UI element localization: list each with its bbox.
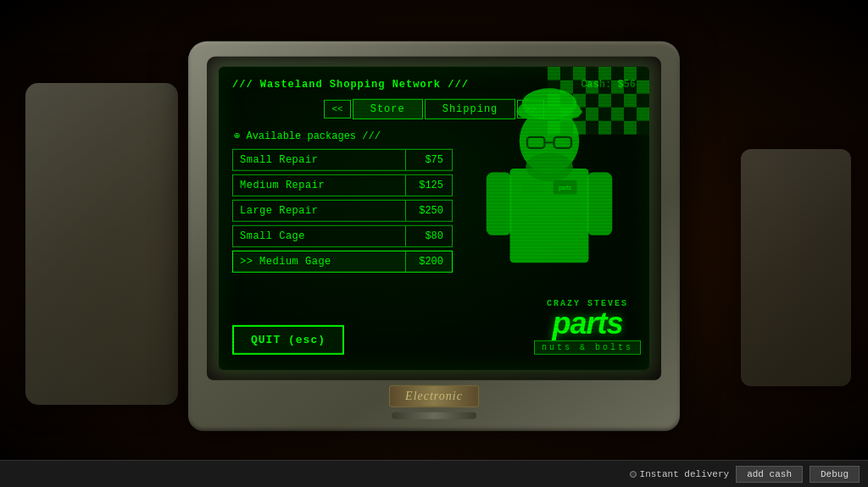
character-silhouette: parts: [456, 83, 643, 302]
package-name-medium-repair: Medium Repair: [233, 174, 405, 195]
svg-point-4: [522, 88, 577, 119]
package-row-small-cage[interactable]: Small Cage $80: [232, 224, 453, 246]
package-row-medium-repair[interactable]: Medium Repair $125: [232, 174, 453, 196]
package-price-large-repair: $250: [405, 200, 452, 220]
monitor-stand: [392, 412, 476, 418]
quit-button[interactable]: QUIT (esc): [232, 324, 344, 354]
character-area: parts CRAZY STEVES parts nuts & bolts: [446, 66, 649, 369]
package-name-medium-gage: Medium Gage: [233, 251, 405, 271]
debug-button[interactable]: Debug: [810, 466, 860, 483]
package-row-medium-gage[interactable]: Medium Gage $200: [232, 250, 453, 272]
brand-name: parts: [534, 307, 641, 338]
brand-tagline: nuts & bolts: [534, 340, 641, 354]
package-name-small-cage: Small Cage: [233, 225, 405, 246]
brand-logo: CRAZY STEVES parts nuts & bolts: [534, 298, 641, 354]
monitor-brand-label: Electronic: [389, 385, 479, 407]
monitor-bezel: /// Wasteland Shopping Network /// Cash:…: [207, 56, 661, 379]
monitor: /// Wasteland Shopping Network /// Cash:…: [188, 41, 680, 430]
scene: /// Wasteland Shopping Network /// Cash:…: [0, 0, 868, 487]
package-row-small-repair[interactable]: Small Repair $75: [232, 148, 453, 170]
header-title: /// Wasteland Shopping Network ///: [232, 78, 469, 90]
package-name-small-repair: Small Repair: [233, 149, 405, 169]
svg-rect-9: [487, 172, 512, 235]
side-monitor-left: [25, 83, 178, 405]
screen: /// Wasteland Shopping Network /// Cash:…: [219, 66, 649, 369]
delivery-indicator: [630, 471, 637, 478]
package-name-large-repair: Large Repair: [233, 200, 405, 220]
packages-list: Small Repair $75 Medium Repair $125 Larg…: [232, 148, 453, 272]
tab-store[interactable]: Store: [353, 98, 423, 119]
package-row-large-repair[interactable]: Large Repair $250: [232, 199, 453, 221]
svg-text:parts: parts: [559, 185, 571, 191]
svg-rect-10: [587, 172, 613, 235]
side-monitor-right: [741, 149, 851, 386]
prev-arrow-button[interactable]: <<: [324, 99, 350, 118]
package-price-medium-repair: $125: [405, 174, 452, 195]
screen-content: /// Wasteland Shopping Network /// Cash:…: [219, 66, 649, 369]
instant-delivery-label: Instant delivery: [640, 469, 730, 479]
add-cash-button[interactable]: add cash: [736, 466, 803, 483]
svg-point-8: [526, 152, 573, 180]
taskbar: Instant delivery add cash Debug: [0, 460, 868, 487]
instant-delivery-item: Instant delivery: [630, 469, 730, 479]
svg-rect-13: [522, 180, 544, 192]
package-price-small-repair: $75: [405, 149, 452, 169]
package-price-medium-gage: $200: [405, 251, 452, 271]
package-price-small-cage: $80: [405, 225, 452, 246]
